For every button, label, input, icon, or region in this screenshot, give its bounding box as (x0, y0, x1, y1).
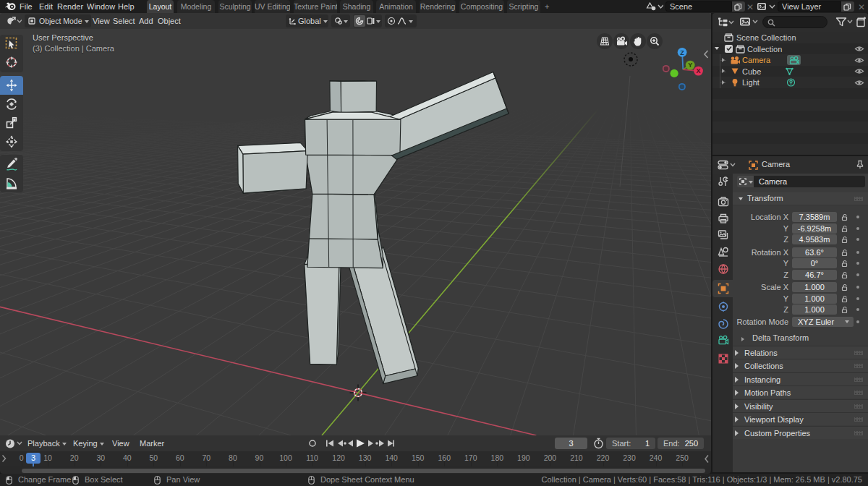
svg-text:X: X (696, 67, 700, 74)
svg-text:Z: Z (680, 49, 684, 56)
svg-text:Y: Y (688, 61, 692, 69)
